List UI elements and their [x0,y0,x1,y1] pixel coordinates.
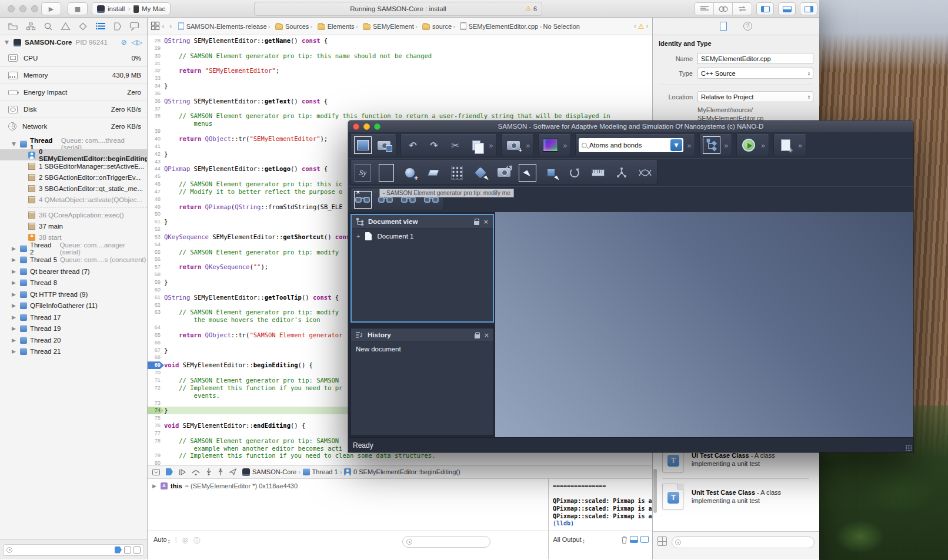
line-number[interactable]: 67 [148,347,164,354]
line-number[interactable]: 29 [148,45,164,52]
watch-icon[interactable]: ◎ [182,536,188,544]
line-number[interactable] [148,316,164,324]
debug-navigator-tab[interactable] [96,22,105,30]
samson-viewport[interactable] [495,212,913,437]
zoom-button[interactable] [374,123,380,130]
samson-window[interactable]: SAMSON - Software for Adaptive Modeling … [348,120,913,452]
disclosure-triangle-icon[interactable]: ▶ [12,303,17,308]
line-number[interactable] [148,392,164,400]
selection-tool-button[interactable] [354,136,372,154]
library-grid-icon[interactable] [657,536,667,546]
close-button[interactable] [353,123,359,130]
overflow-chevron-icon[interactable]: » [761,141,766,150]
zoom-button[interactable] [31,5,38,12]
line-number[interactable]: 32 [148,67,164,75]
bond-builder-button[interactable] [613,164,630,182]
line-number[interactable]: 60 [148,286,164,294]
copy-button[interactable] [468,136,485,154]
line-number[interactable]: 65 [148,331,164,339]
helix-tool-button[interactable] [636,164,654,182]
stack-frame-row[interactable]: 3 SBGActionEditor::qt_static_me... [0,183,147,194]
lock-icon[interactable] [474,221,479,225]
inspector-toggle-button[interactable] [800,2,817,15]
disclosure-triangle-icon[interactable]: ▶ [12,257,17,263]
add-camera-button[interactable] [505,136,522,154]
disclosure-triangle-icon[interactable]: ▶ [12,246,17,252]
line-number[interactable]: 52 [148,226,164,233]
gauge-row-cpu[interactable]: CPU0% [0,49,147,66]
forward-button[interactable]: › [169,22,172,31]
help-inspector-tab[interactable]: ? [743,22,752,31]
thread-row[interactable]: ▶Thread 2Queue: com....anager (serial) [0,243,147,254]
line-number[interactable]: 50 [148,210,164,218]
file-inspector-tab[interactable] [720,22,727,31]
add-atom-button[interactable] [401,164,419,182]
line-number[interactable]: 54 [148,241,164,249]
disclosure-triangle-icon[interactable]: ▶ [12,326,17,331]
breadcrumb-item[interactable]: SAMSON-Elements-release [186,23,267,30]
back-button[interactable]: ‹ [162,22,165,31]
thread-row[interactable]: ▶Thread 8 [0,277,147,289]
previous-issue-button[interactable]: ‹ [633,22,636,30]
line-number[interactable]: 44 [148,165,164,173]
breadcrumb-item[interactable]: source [432,23,452,30]
line-number[interactable]: 28 [148,37,164,45]
test-navigator-tab[interactable] [79,22,87,31]
crashed-filter-icon[interactable] [124,546,131,554]
breakpoint-filter-icon[interactable] [115,546,122,554]
process-row[interactable]: ▼ SAMSON-Core PID 96241 ⊘◁▷ [0,35,147,49]
disclosure-triangle-icon[interactable]: ▶ [12,269,17,274]
line-number[interactable]: 74 [148,407,164,414]
line-number[interactable]: 31 [148,60,164,68]
template-item[interactable]: TUnit Test Case Class - A class implemen… [662,479,809,515]
disclosure-triangle-icon[interactable]: ▶ [12,348,17,354]
debug-breadcrumb-item[interactable]: Thread 1 [312,468,338,475]
line-number[interactable]: 72 [148,384,164,392]
document-tree-item[interactable]: + Document 1 [356,232,488,240]
search-navigator-tab[interactable] [44,22,52,31]
disclosure-triangle-icon[interactable]: ▶ [12,314,17,320]
camera-orbit-button[interactable] [495,164,513,182]
lldb-prompt[interactable]: (lldb) [553,520,652,528]
dropdown-button[interactable]: ▼ [670,139,682,151]
add-element-button[interactable] [777,136,795,154]
line-number[interactable]: 64 [148,324,164,331]
line-number[interactable]: 48 [148,196,164,203]
thread-row[interactable]: ▶QFileInfoGatherer (11) [0,300,147,312]
line-number[interactable]: 34 [148,82,164,90]
disclosure-triangle-icon[interactable]: ▶ [152,483,158,489]
undo-button[interactable]: ↶ [404,136,422,154]
line-number[interactable]: 37 [148,105,164,113]
line-number[interactable]: 59 [148,279,164,286]
rect-select-button[interactable] [542,164,560,182]
stack-frame-row[interactable]: 0 SEMyElementEditor::beginEditing() [0,149,147,160]
thread-row[interactable]: ▶Thread 21 [0,346,147,358]
show-console-button[interactable] [640,536,649,543]
report-navigator-tab[interactable] [130,22,139,30]
stack-frame-row[interactable]: 4 QMetaObject::activate(QObjec... [0,194,147,205]
overflow-chevron-icon[interactable]: » [563,141,568,150]
thread-row[interactable]: ▶Qt HTTP thread (9) [0,289,147,300]
thread-row[interactable]: ▶Thread 5Queue: com....s (concurrent) [0,254,147,266]
disclosure-triangle-icon[interactable]: ▶ [12,337,17,343]
line-number[interactable]: 36 [148,98,164,105]
camera-snapshot-button[interactable] [375,136,393,154]
line-number[interactable]: 63 [148,308,164,316]
lock-icon[interactable] [475,334,480,338]
line-number[interactable] [148,445,164,452]
measure-tool-button[interactable] [589,164,607,182]
line-number[interactable]: 78 [148,437,164,445]
stack-frame-row[interactable]: 2 SBGActionEditor::onTriggerEv... [0,172,147,183]
line-number[interactable]: 71 [148,377,164,384]
line-number[interactable]: 61 [148,294,164,301]
name-field[interactable]: SEMyElementEditor.cpp [697,53,813,64]
gauge-row-memory[interactable]: Memory430,9 MB [0,66,147,83]
node-search-field[interactable]: Atoms and bonds ▼ [579,138,683,152]
disclosure-triangle-icon[interactable]: ▶ [12,291,17,297]
stack-frame-row[interactable]: 37 main [0,220,147,232]
scheme-selector[interactable]: install › My Mac [92,2,171,15]
screenshot-thumbnail-button[interactable] [542,136,559,154]
thread-row[interactable]: ▶Thread 20 [0,334,147,346]
output-popup[interactable]: All Output▴▾ [553,536,584,544]
breadcrumb-item[interactable]: Elements [328,23,355,30]
